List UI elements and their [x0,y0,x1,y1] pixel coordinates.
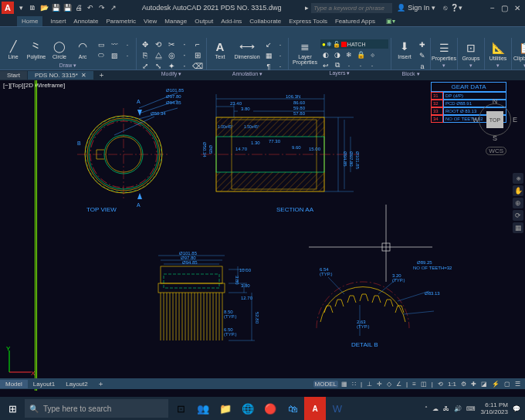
attr-icon[interactable]: a [417,61,428,71]
panel-modify-title[interactable]: Modify ▾ [139,71,204,78]
compass-s[interactable]: S [493,134,497,142]
move-icon[interactable]: ✥ [139,39,151,49]
tab-addins[interactable]: Add-ins [221,18,242,25]
line-button[interactable]: ╱Line [2,39,24,59]
compass-w[interactable]: W [472,116,479,124]
orbit-icon[interactable]: ⟳ [513,210,523,221]
ortho-toggle-icon[interactable]: ⊥ [365,381,374,388]
view-cube[interactable]: N S E W TOP [472,97,517,142]
notifications-icon[interactable]: 💬 [513,405,520,412]
array-icon[interactable]: ⊞ [191,50,204,60]
stretch-icon[interactable]: ⤢ [139,61,151,71]
layout-model[interactable]: Model [0,380,28,388]
isolate-icon[interactable]: ◪ [479,381,489,388]
tab-insert[interactable]: Insert [50,18,66,25]
tab-home[interactable]: Home [17,16,42,26]
lineweight-toggle-icon[interactable]: ≡ [411,381,418,388]
share-icon[interactable]: ↗ [109,3,118,12]
layer-freeze-icon[interactable]: ❄ [327,41,332,48]
people-icon[interactable]: 👥 [192,397,214,420]
anno-monitor-icon[interactable]: ✚ [469,381,478,388]
signin-area[interactable]: 👤 Sign In ▾ [397,4,435,12]
layout-1[interactable]: Layout1 [28,380,60,388]
panel-draw-title[interactable]: Draw ▾ [2,63,134,69]
tray-chevron-icon[interactable]: ˄ [425,405,428,412]
panel-ann-title[interactable]: Annotation ▾ [209,71,286,78]
autocad-taskbar-icon[interactable]: A [304,397,326,420]
dimension-button[interactable]: ⟷Dimension [232,39,262,59]
save-icon[interactable]: 💾 [51,3,60,12]
spline-icon[interactable]: 〰 [108,39,120,49]
hardware-accel-icon[interactable]: ⚡ [490,381,501,388]
clock[interactable]: 6:11 PM 3/10/2023 [480,401,508,415]
chrome-icon[interactable]: 🔴 [259,397,281,420]
store-icon[interactable]: 🛍 [282,397,303,420]
zoom-extents-icon[interactable]: ⊕ [513,198,523,208]
cube-top-face[interactable]: TOP [486,111,503,128]
tab-current-file[interactable]: PDS NO. 3315*✕ [28,71,93,80]
current-layer-name[interactable]: HATCH [347,42,366,47]
ellipse-icon[interactable]: ⬭ [95,50,107,60]
compass-n[interactable]: N [493,97,498,105]
maximize-button[interactable]: ▢ [499,2,511,14]
tab-annotate[interactable]: Annotate [73,18,98,25]
show-motion-icon[interactable]: ▦ [513,222,523,233]
compass-e[interactable]: E [513,116,517,124]
hatch-icon[interactable]: ▨ [108,50,120,60]
volume-icon[interactable]: 🔊 [454,405,462,412]
tab-start[interactable]: Start [0,71,27,80]
erase-icon[interactable]: ⌫ [191,61,204,71]
minimize-button[interactable]: − [486,2,499,14]
layer-freeze2-icon[interactable]: ❄ [344,49,354,59]
snap-toggle-icon[interactable]: ∷ [351,381,357,388]
start-button[interactable]: ⊞ [0,397,25,420]
exchange-icon[interactable]: ⎋ [443,4,447,12]
insert-button[interactable]: ⬇Insert [394,39,415,59]
layer-bulb-icon[interactable]: ● [322,41,326,48]
panel-groups[interactable]: ⊡Groups▾ [458,38,485,69]
tab-express[interactable]: Express Tools [289,18,327,25]
layer-iso-icon[interactable]: ◑ [332,49,343,59]
help-dropdown-icon[interactable]: ❔▾ [450,4,462,12]
edit-block-icon[interactable]: ✎ [417,50,428,60]
close-tab-icon[interactable]: ✕ [81,72,86,79]
app-logo[interactable]: A [2,2,14,14]
rect-icon[interactable]: ▭ [95,39,107,49]
undo-icon[interactable]: ↶ [86,3,95,12]
tab-manage[interactable]: Manage [164,18,187,25]
arc-button[interactable]: ◠Arc [72,39,93,59]
transparency-toggle-icon[interactable]: ◫ [419,381,428,388]
customize-icon[interactable]: ☰ [513,381,522,388]
panel-utilities[interactable]: 📐Utilities▾ [485,38,512,69]
word-icon[interactable]: W [327,397,348,420]
layer-lock2-icon[interactable]: 🔒 [355,49,366,59]
layer-match-icon[interactable]: ⟐ [367,49,378,59]
tab-output[interactable]: Output [195,18,213,25]
panel-block-title[interactable]: Block ▾ [394,71,428,78]
redo-icon[interactable]: ↷ [97,3,107,12]
copy-icon[interactable]: ⎘ [139,50,151,60]
full-nav-icon[interactable]: ⎈ [513,173,523,184]
plot-icon[interactable]: 🖨 [74,3,83,12]
trim-icon[interactable]: ✂ [165,39,178,49]
otrack-toggle-icon[interactable]: ∠ [395,381,403,388]
ucs-icon[interactable]: Y X [5,346,36,377]
edge-icon[interactable]: 🌐 [237,397,259,420]
mirror-icon[interactable]: ⧋ [152,50,164,60]
pan-icon[interactable]: ✋ [513,185,523,196]
panel-properties[interactable]: ☰Properties▾ [431,38,458,69]
qat-menu-icon[interactable]: ▾ [16,3,25,12]
task-view-icon[interactable]: ⊡ [170,397,191,420]
panel-clipboard[interactable]: 📋Clipboard▾ [512,38,525,69]
grid-toggle-icon[interactable]: ▦ [340,381,349,388]
rotate-icon[interactable]: ⟲ [152,39,164,49]
add-layout-button[interactable]: ＋ [93,379,108,389]
polyline-button[interactable]: ⺀Polyline [25,39,47,59]
layer-off-icon[interactable]: ◐ [320,49,331,59]
close-button[interactable]: ✕ [511,2,523,14]
wcs-label[interactable]: WCS [486,147,506,155]
add-tab-button[interactable]: ＋ [94,70,109,80]
text-button[interactable]: AText [209,39,231,59]
tab-parametric[interactable]: Parametric [106,18,136,25]
leader-icon[interactable]: ↙ [263,39,274,49]
